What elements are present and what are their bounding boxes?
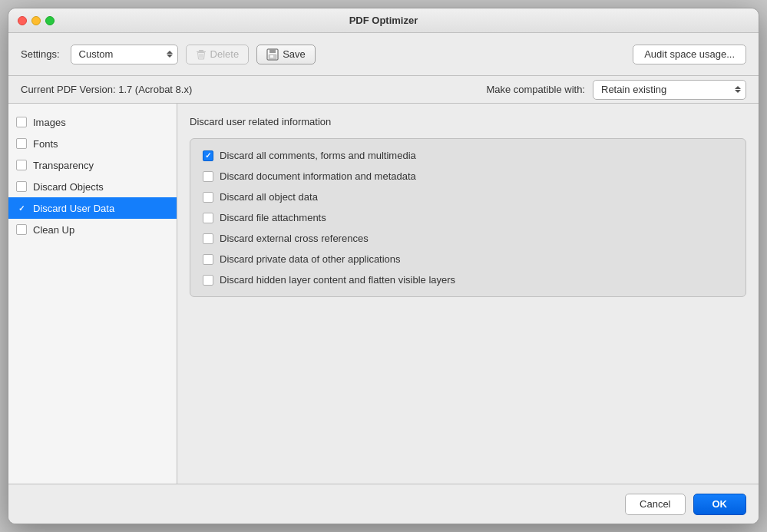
delete-button[interactable]: Delete [186, 45, 250, 64]
sidebar-item-images[interactable]: Images [8, 111, 177, 133]
option-label-discard-cross-refs: Discard external cross references [220, 233, 369, 244]
cancel-button[interactable]: Cancel [625, 494, 685, 515]
sidebar-checkbox-fonts[interactable] [16, 138, 27, 149]
svg-rect-0 [197, 51, 206, 52]
option-row-discard-comments[interactable]: Discard all comments, forms and multimed… [203, 150, 733, 161]
compat-select-arrow [735, 86, 741, 93]
window-title: PDF Optimizer [349, 15, 418, 26]
sidebar-checkbox-discard-user-data[interactable] [16, 203, 27, 213]
delete-label: Delete [210, 48, 240, 60]
ok-button[interactable]: OK [693, 494, 747, 515]
minimize-button[interactable] [31, 16, 41, 25]
right-panel: Discard user related information Discard… [177, 104, 759, 484]
sidebar-item-label-transparency: Transparency [33, 160, 94, 171]
option-label-discard-attachments: Discard file attachments [220, 212, 326, 223]
sidebar-item-label-discard-objects: Discard Objects [33, 181, 104, 193]
sidebar-checkbox-transparency[interactable] [16, 160, 27, 170]
option-row-discard-doc-info[interactable]: Discard document information and metadat… [203, 170, 733, 182]
svg-rect-6 [269, 49, 276, 53]
cancel-label: Cancel [640, 498, 670, 510]
option-checkbox-discard-hidden-layers[interactable] [203, 275, 213, 286]
close-button[interactable] [18, 16, 27, 25]
sidebar-item-label-discard-user-data: Discard User Data [33, 203, 114, 214]
svg-rect-8 [270, 55, 273, 58]
option-label-discard-doc-info: Discard document information and metadat… [220, 170, 416, 182]
sidebar-item-discard-user-data[interactable]: Discard User Data [8, 197, 177, 219]
traffic-lights [18, 16, 55, 25]
toolbar: Settings: Custom Delete [8, 33, 759, 76]
titlebar: PDF Optimizer [8, 8, 759, 33]
sidebar-item-label-fonts: Fonts [33, 138, 58, 150]
sidebar-item-discard-objects[interactable]: Discard Objects [8, 176, 177, 197]
option-label-discard-private-data: Discard private data of other applicatio… [220, 253, 401, 265]
options-box: Discard all comments, forms and multimed… [190, 138, 746, 297]
sidebar-item-label-clean-up: Clean Up [33, 224, 74, 236]
sidebar: ImagesFontsTransparencyDiscard ObjectsDi… [8, 104, 177, 484]
sidebar-item-label-images: Images [33, 117, 66, 128]
settings-select-arrow [167, 51, 173, 58]
settings-label: Settings: [21, 48, 60, 60]
sidebar-item-clean-up[interactable]: Clean Up [8, 219, 177, 240]
option-checkbox-discard-comments[interactable] [203, 150, 213, 161]
ok-label: OK [712, 498, 728, 510]
option-checkbox-discard-private-data[interactable] [203, 254, 213, 265]
audit-label: Audit space usage... [644, 48, 735, 60]
option-row-discard-private-data[interactable]: Discard private data of other applicatio… [203, 253, 733, 265]
audit-button[interactable]: Audit space usage... [633, 45, 746, 64]
settings-value: Custom [79, 48, 114, 60]
option-row-discard-object-data[interactable]: Discard all object data [203, 191, 733, 203]
trash-icon [196, 49, 207, 60]
svg-rect-1 [199, 50, 203, 51]
option-label-discard-comments: Discard all comments, forms and multimed… [220, 150, 416, 161]
info-row: Current PDF Version: 1.7 (Acrobat 8.x) M… [8, 76, 759, 104]
pdf-optimizer-window: PDF Optimizer Settings: Custom Delete [8, 8, 759, 524]
save-icon [266, 48, 279, 61]
option-row-discard-hidden-layers[interactable]: Discard hidden layer content and flatten… [203, 274, 733, 286]
sidebar-item-fonts[interactable]: Fonts [8, 133, 177, 154]
option-checkbox-discard-doc-info[interactable] [203, 171, 213, 182]
sidebar-item-transparency[interactable]: Transparency [8, 154, 177, 176]
version-info: Current PDF Version: 1.7 (Acrobat 8.x) [21, 84, 192, 95]
sidebar-checkbox-discard-objects[interactable] [16, 181, 27, 192]
option-checkbox-discard-attachments[interactable] [203, 213, 213, 223]
compat-value: Retain existing [601, 84, 666, 95]
save-label: Save [283, 48, 306, 60]
panel-title: Discard user related information [190, 116, 746, 127]
option-label-discard-object-data: Discard all object data [220, 191, 318, 203]
option-label-discard-hidden-layers: Discard hidden layer content and flatten… [220, 274, 455, 286]
sidebar-checkbox-images[interactable] [16, 117, 27, 127]
compat-label: Make compatible with: [486, 84, 585, 95]
footer: Cancel OK [8, 484, 759, 524]
settings-select[interactable]: Custom [71, 45, 178, 64]
option-row-discard-cross-refs[interactable]: Discard external cross references [203, 233, 733, 244]
option-checkbox-discard-object-data[interactable] [203, 192, 213, 203]
option-row-discard-attachments[interactable]: Discard file attachments [203, 212, 733, 223]
save-button[interactable]: Save [256, 45, 316, 64]
option-checkbox-discard-cross-refs[interactable] [203, 233, 213, 244]
compat-select[interactable]: Retain existing [593, 80, 746, 100]
main-content: ImagesFontsTransparencyDiscard ObjectsDi… [8, 104, 759, 484]
maximize-button[interactable] [45, 16, 55, 25]
sidebar-checkbox-clean-up[interactable] [16, 224, 27, 235]
